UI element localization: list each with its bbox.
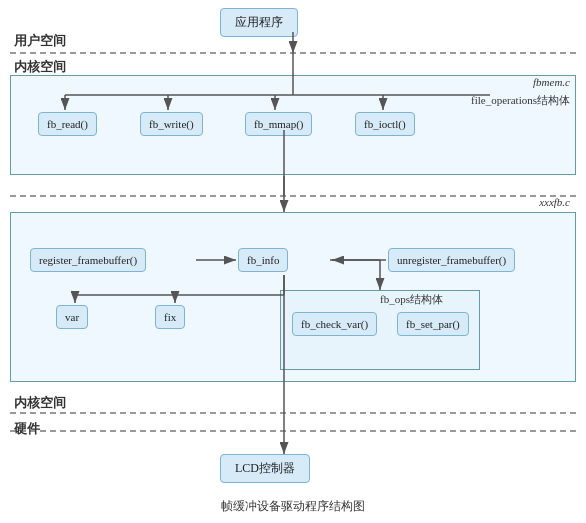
fb-info-label: fb_info xyxy=(247,254,279,266)
kernel-space-bottom-label: 内核空间 xyxy=(14,394,66,412)
kernel-space-top-label: 内核空间 xyxy=(14,58,66,76)
unregister-framebuffer-box: unregister_framebuffer() xyxy=(388,248,515,272)
application-box: 应用程序 xyxy=(220,8,298,37)
fb-set-par-box: fb_set_par() xyxy=(397,312,469,336)
user-space-divider xyxy=(10,52,576,54)
fb-check-var-label: fb_check_var() xyxy=(301,318,368,330)
kernel-space-bottom-divider xyxy=(10,412,576,414)
fb-mmap-label: fb_mmap() xyxy=(254,118,303,130)
fix-label: fix xyxy=(164,311,176,323)
hardware-divider xyxy=(10,430,576,432)
fb-write-box: fb_write() xyxy=(140,112,203,136)
hardware-label: 硬件 xyxy=(14,420,40,438)
fb-ops-struct-label: fb_ops结构体 xyxy=(380,292,443,307)
fb-read-label: fb_read() xyxy=(47,118,88,130)
register-framebuffer-box: register_framebuffer() xyxy=(30,248,146,272)
fb-set-par-label: fb_set_par() xyxy=(406,318,460,330)
register-framebuffer-label: register_framebuffer() xyxy=(39,254,137,266)
application-label: 应用程序 xyxy=(235,15,283,29)
fb-mmap-box: fb_mmap() xyxy=(245,112,312,136)
diagram-container: 应用程序 用户空间 内核空间 fbmem.c file_operations结构… xyxy=(0,0,586,523)
var-box: var xyxy=(56,305,88,329)
fb-info-box: fb_info xyxy=(238,248,288,272)
lcd-box: LCD控制器 xyxy=(220,454,310,483)
kernel-divider2 xyxy=(10,195,576,197)
xxxfb-label: xxxfb.c xyxy=(539,196,570,208)
fb-check-var-box: fb_check_var() xyxy=(292,312,377,336)
var-label: var xyxy=(65,311,79,323)
fb-ioctl-label: fb_ioctl() xyxy=(364,118,406,130)
fbmem-label: fbmem.c xyxy=(533,76,570,88)
caption: 帧缓冲设备驱动程序结构图 xyxy=(0,498,586,515)
file-ops-label: file_operations结构体 xyxy=(471,93,570,108)
lcd-label: LCD控制器 xyxy=(235,461,295,475)
user-space-label: 用户空间 xyxy=(14,32,66,50)
fb-ioctl-box: fb_ioctl() xyxy=(355,112,415,136)
fb-write-label: fb_write() xyxy=(149,118,194,130)
unregister-framebuffer-label: unregister_framebuffer() xyxy=(397,254,506,266)
fb-read-box: fb_read() xyxy=(38,112,97,136)
fix-box: fix xyxy=(155,305,185,329)
